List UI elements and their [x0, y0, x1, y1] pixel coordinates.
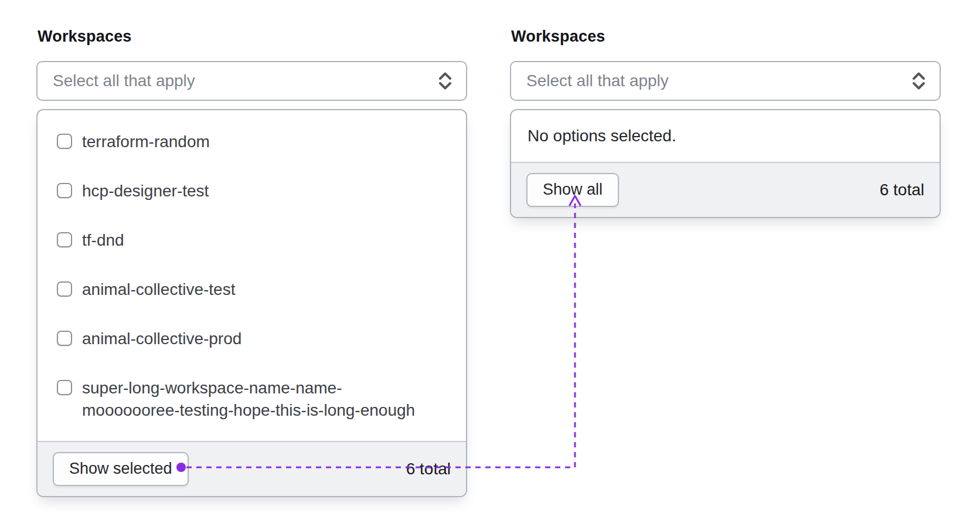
- option-label: super-long-workspace-name-name-moooooore…: [82, 377, 428, 422]
- dropdown-footer: Show selected 6 total: [38, 441, 466, 496]
- option-checkbox[interactable]: [57, 183, 72, 198]
- total-count: 6 total: [406, 460, 451, 478]
- workspaces-select-trigger[interactable]: Select all that apply: [510, 61, 941, 101]
- empty-state-panel: No options selected. Show all 6 total: [510, 109, 941, 218]
- select-placeholder: Select all that apply: [526, 72, 911, 90]
- option-hcp-designer-test[interactable]: hcp-designer-test: [38, 167, 466, 216]
- workspaces-select-trigger[interactable]: Select all that apply: [36, 61, 467, 101]
- option-label: terraform-random: [82, 131, 210, 153]
- unfold-more-icon: [911, 70, 927, 91]
- option-checkbox[interactable]: [57, 232, 72, 247]
- workspaces-label: Workspaces: [38, 27, 467, 46]
- workspaces-field-right: Workspaces Select all that apply No opti…: [510, 27, 941, 218]
- show-all-button[interactable]: Show all: [526, 173, 619, 207]
- option-label: animal-collective-test: [82, 279, 235, 301]
- empty-message: No options selected.: [511, 110, 940, 162]
- option-animal-collective-test[interactable]: animal-collective-test: [38, 265, 466, 314]
- options-listbox: terraform-random hcp-designer-test tf-dn…: [38, 110, 466, 441]
- option-checkbox[interactable]: [57, 281, 72, 297]
- total-count: 6 total: [880, 181, 924, 199]
- option-label: animal-collective-prod: [82, 328, 241, 350]
- unfold-more-icon: [437, 70, 453, 91]
- option-checkbox[interactable]: [57, 380, 72, 395]
- option-label: tf-dnd: [82, 229, 124, 252]
- option-checkbox[interactable]: [57, 331, 72, 346]
- option-checkbox[interactable]: [57, 134, 72, 149]
- show-selected-button[interactable]: Show selected: [53, 452, 189, 486]
- option-label: hcp-designer-test: [82, 180, 209, 202]
- workspaces-field-left: Workspaces Select all that apply terrafo…: [36, 27, 467, 497]
- option-super-long-workspace[interactable]: super-long-workspace-name-name-moooooore…: [38, 364, 466, 435]
- option-tf-dnd[interactable]: tf-dnd: [38, 216, 466, 265]
- options-dropdown-panel: terraform-random hcp-designer-test tf-dn…: [36, 109, 467, 497]
- select-placeholder: Select all that apply: [53, 72, 437, 90]
- option-animal-collective-prod[interactable]: animal-collective-prod: [38, 314, 466, 364]
- workspaces-label: Workspaces: [511, 27, 941, 46]
- dropdown-footer: Show all 6 total: [511, 162, 940, 217]
- option-terraform-random[interactable]: terraform-random: [38, 117, 466, 167]
